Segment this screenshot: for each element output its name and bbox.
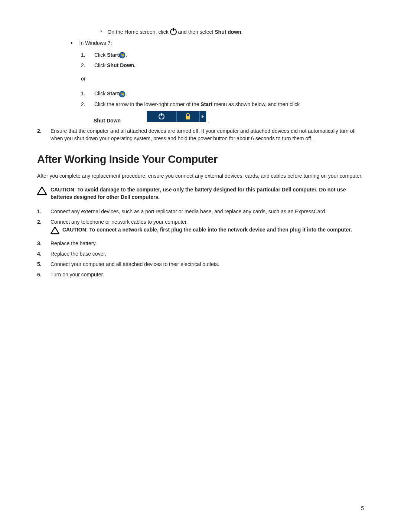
caution-block: CAUTION: To avoid damage to the computer… — [37, 186, 364, 201]
step-number: 5. — [37, 260, 44, 268]
step-text: Replace the base cover. — [50, 250, 364, 257]
list-item: 6. Turn on your computer. — [37, 271, 364, 278]
warning-triangle-icon — [37, 186, 47, 197]
step-number: 1. — [81, 91, 86, 96]
step-number: 2. — [37, 127, 44, 135]
step-number: 6. — [37, 271, 44, 278]
asterisk-text: On the Home screen, click and then selec… — [107, 28, 242, 35]
list-item: 4. Replace the base cover. — [37, 250, 364, 257]
list-item: 2. Ensure that the computer and all atta… — [37, 127, 364, 142]
power-icon — [170, 28, 177, 35]
svg-marker-12 — [51, 227, 59, 234]
step-text: Connect any telephone or network cables … — [50, 218, 364, 226]
step-text: Click Start . — [94, 91, 127, 97]
page-number: 5 — [361, 505, 364, 511]
step-number: 2. — [81, 101, 86, 107]
step-number: 1. — [37, 208, 44, 215]
step-text: Ensure that the computer and all attache… — [50, 127, 364, 142]
step-number: 1. — [81, 52, 86, 58]
step-text: Click the arrow in the lower-right corne… — [94, 101, 300, 107]
bullet-item-windows7: • In Windows 7: — [71, 40, 364, 46]
windows-start-orb-icon — [119, 91, 125, 98]
warning-triangle-icon — [50, 226, 59, 236]
list-item: 1. Click Start . — [81, 52, 364, 59]
or-separator: or — [81, 76, 364, 82]
step-number: 2. — [37, 218, 44, 226]
list-item: 1. Connect any external devices, such as… — [37, 208, 364, 215]
caution-text: CAUTION: To connect a network cable, fir… — [62, 226, 352, 234]
list-item: 2. Click the arrow in the lower-right co… — [81, 101, 364, 107]
list-item: 2. Connect any telephone or network cabl… — [37, 218, 364, 237]
shutdown-row: Shut Down . — [37, 111, 364, 124]
windows-start-orb-icon — [119, 52, 125, 59]
list-item: 1. Click Start . — [81, 91, 364, 97]
bullet-text: In Windows 7: — [79, 40, 112, 46]
svg-marker-11 — [38, 187, 46, 194]
asterisk-item: * On the Home screen, click and then sel… — [100, 28, 364, 35]
asterisk-marker: * — [100, 29, 102, 35]
step-number: 2. — [81, 62, 86, 68]
list-item: 5. Connect your computer and all attache… — [37, 260, 364, 268]
step-text: Turn on your computer. — [50, 271, 364, 278]
caution-text: CAUTION: To avoid damage to the computer… — [50, 186, 364, 201]
step-text: Connect any external devices, such as a … — [50, 208, 364, 215]
list-item: 3. Replace the battery. — [37, 240, 364, 247]
step-text: Click Shut Down. — [94, 62, 136, 68]
svg-rect-9 — [186, 116, 190, 119]
step-number: 3. — [37, 240, 44, 247]
step-text: Connect your computer and all attached d… — [50, 260, 364, 268]
caution-block: CAUTION: To connect a network cable, fir… — [50, 226, 364, 236]
step-content: Connect any telephone or network cables … — [50, 218, 364, 237]
list-item: 2. Click Shut Down. — [81, 62, 364, 68]
step-text: Click Start . — [94, 52, 127, 59]
intro-paragraph: After you complete any replacement proce… — [37, 172, 364, 180]
document-page: * On the Home screen, click and then sel… — [0, 0, 401, 532]
shutdown-split-button-icon — [147, 111, 206, 124]
section-heading: After Working Inside Your Computer — [37, 153, 364, 165]
trailing-period: . — [208, 118, 209, 124]
step-text: Replace the battery. — [50, 240, 364, 247]
bullet-marker: • — [71, 40, 73, 46]
svg-rect-8 — [161, 113, 162, 116]
step-number: 4. — [37, 250, 44, 257]
shutdown-label: Shut Down — [94, 118, 121, 124]
